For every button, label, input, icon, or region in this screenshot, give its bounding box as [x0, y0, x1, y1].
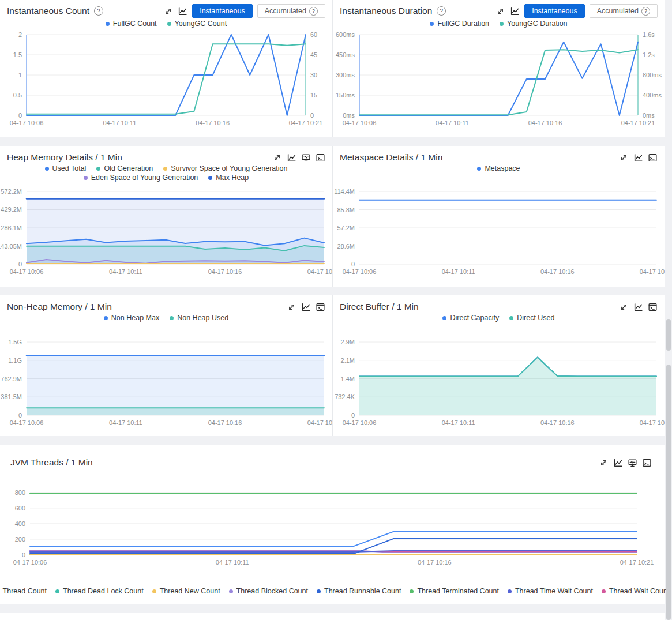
panel-title: Non-Heap Memory / 1 Min [7, 302, 112, 312]
legend-label: Thread Dead Lock Count [63, 587, 144, 595]
legend-label: Direct Used [517, 314, 554, 322]
legend-label: Eden Space of Young Generation [91, 174, 198, 182]
direct-buffer-chart[interactable]: 0732.4K1.4M2.1M2.9M04-17 10:0604-17 10:1… [333, 340, 665, 430]
legend-item[interactable]: Thread Dead Lock Count [55, 587, 144, 595]
terminal-icon[interactable] [648, 153, 658, 163]
legend-item[interactable]: FullGC Duration [430, 20, 489, 28]
legend-item[interactable]: YoungGC Count [167, 20, 227, 28]
instantaneous-button[interactable]: Instantaneous [192, 4, 253, 18]
svg-text:2: 2 [18, 32, 22, 38]
svg-text:0: 0 [351, 261, 355, 268]
help-icon[interactable]: ? [437, 6, 446, 16]
svg-text:28.6M: 28.6M [337, 243, 355, 250]
metaspace-chart[interactable]: 028.6M57.2M85.8M114.4M04-17 10:0604-17 1… [333, 189, 665, 279]
instantaneous-button[interactable]: Instantaneous [524, 4, 585, 18]
svg-text:04-17 10:11: 04-17 10:11 [216, 559, 249, 566]
help-icon[interactable]: ? [94, 6, 103, 16]
expand-icon[interactable] [619, 153, 629, 163]
line-chart-icon[interactable] [510, 6, 520, 16]
panel-heap-memory: Heap Memory Details / 1 Min Used Total O… [0, 146, 333, 287]
svg-text:1: 1 [18, 72, 22, 78]
terminal-icon[interactable] [316, 302, 325, 312]
legend-dot [602, 589, 606, 593]
legend-item[interactable]: Thread Runnable Count [317, 587, 401, 595]
expand-icon[interactable] [287, 302, 296, 312]
line-chart-icon[interactable] [301, 302, 311, 312]
accumulated-button[interactable]: Accumulated ? [257, 4, 325, 18]
monitor-pulse-icon[interactable] [628, 458, 637, 468]
legend-item[interactable]: Direct Used [509, 314, 554, 322]
legend-item[interactable]: Survivor Space of Young Generation [163, 164, 287, 172]
legend-label: Thread Time Wait Count [515, 587, 593, 595]
legend-dot [55, 589, 59, 593]
svg-text:0: 0 [310, 112, 314, 119]
expand-icon[interactable] [619, 302, 629, 312]
svg-text:57.2M: 57.2M [337, 224, 355, 231]
expand-icon[interactable] [599, 458, 609, 468]
accumulated-button[interactable]: Accumulated ? [590, 4, 658, 18]
svg-text:1.2s: 1.2s [643, 51, 655, 58]
legend-dot [167, 22, 171, 26]
svg-text:400ms: 400ms [643, 92, 662, 99]
legend-item[interactable]: Thread Blocked Count [229, 587, 308, 595]
legend-item[interactable]: FullGC Count [106, 20, 157, 28]
legend-dot [104, 316, 108, 320]
terminal-icon[interactable] [642, 458, 652, 468]
svg-text:04-17 10:16: 04-17 10:16 [540, 419, 575, 426]
panel-direct-buffer: Direct Buffer / 1 Min Direct Capacity Di… [333, 295, 665, 436]
svg-text:04-17 10:11: 04-17 10:11 [442, 419, 475, 426]
legend-item[interactable]: Eden Space of Young Generation [84, 174, 198, 182]
svg-text:0ms: 0ms [343, 112, 355, 119]
line-chart-icon[interactable] [633, 153, 643, 163]
expand-icon[interactable] [163, 6, 173, 16]
legend-item[interactable]: Non Heap Used [170, 314, 228, 322]
scrollbar-thumb[interactable] [666, 319, 671, 351]
heap-memory-chart[interactable]: 0143.05M286.1M429.2M572.2M04-17 10:0604-… [0, 189, 332, 279]
legend-label: FullGC Duration [437, 20, 489, 28]
legend-dot [106, 22, 110, 26]
panel-metaspace: Metaspace Details / 1 Min Metaspace 028.… [333, 146, 665, 287]
line-chart-icon[interactable] [633, 302, 643, 312]
legend-dot [170, 316, 174, 320]
svg-text:04-17 10:21: 04-17 10:21 [620, 559, 654, 566]
panel-title: Instantaneous Duration [340, 6, 432, 16]
svg-text:572.2M: 572.2M [1, 189, 22, 195]
legend-item[interactable]: Thread Time Wait Count [508, 587, 593, 595]
svg-text:04-17 10:06: 04-17 10:06 [13, 559, 47, 566]
jvm-threads-chart[interactable]: 020040060080004-17 10:0604-17 10:1104-17… [0, 484, 665, 570]
legend-item[interactable]: Used Total [45, 164, 87, 172]
svg-text:04-17 10:21: 04-17 10:21 [307, 419, 332, 426]
svg-text:286.1M: 286.1M [1, 224, 22, 231]
terminal-icon[interactable] [316, 153, 325, 163]
legend: Thread Count Thread Dead Lock Count Thre… [0, 587, 665, 595]
terminal-icon[interactable] [648, 302, 658, 312]
legend-item[interactable]: Old Generation [96, 164, 153, 172]
svg-text:2.1M: 2.1M [341, 357, 355, 364]
line-chart-icon[interactable] [613, 458, 623, 468]
legend-item[interactable]: Thread New Count [152, 587, 220, 595]
legend-item[interactable]: YoungGC Duration [500, 20, 567, 28]
legend-item[interactable]: Thread Terminated Count [410, 587, 499, 595]
svg-text:60: 60 [310, 32, 317, 38]
legend-dot [410, 589, 414, 593]
panel-instantaneous-count: Instantaneous Count ? Instantaneous Accu… [0, 0, 333, 137]
monitor-pulse-icon[interactable] [301, 153, 311, 163]
svg-text:800ms: 800ms [643, 72, 662, 78]
legend-item[interactable]: Direct Capacity [442, 314, 499, 322]
legend-item[interactable]: Metaspace [477, 164, 520, 172]
svg-text:0: 0 [22, 551, 25, 558]
legend-item[interactable]: Non Heap Max [104, 314, 159, 322]
expand-icon[interactable] [272, 153, 282, 163]
line-chart-icon[interactable] [287, 153, 296, 163]
non-heap-chart[interactable]: 0381.5M762.9M1.1G1.5G04-17 10:0604-17 10… [0, 340, 332, 430]
line-chart-icon[interactable] [178, 6, 187, 16]
legend-item[interactable]: Max Heap [208, 174, 249, 182]
gc-duration-chart[interactable]: 0ms150ms300ms450ms600ms0ms400ms800ms1.2s… [333, 32, 665, 130]
legend-item[interactable]: Thread Count [0, 587, 47, 595]
expand-icon[interactable] [495, 6, 505, 16]
svg-text:04-17 10:16: 04-17 10:16 [196, 119, 230, 126]
gc-count-chart[interactable]: 00.511.5201530456004-17 10:0604-17 10:11… [0, 32, 332, 130]
svg-text:143.05M: 143.05M [0, 243, 22, 250]
legend-item[interactable]: Thread Wait Count [602, 587, 669, 595]
scrollbar-thumb[interactable] [666, 365, 671, 620]
